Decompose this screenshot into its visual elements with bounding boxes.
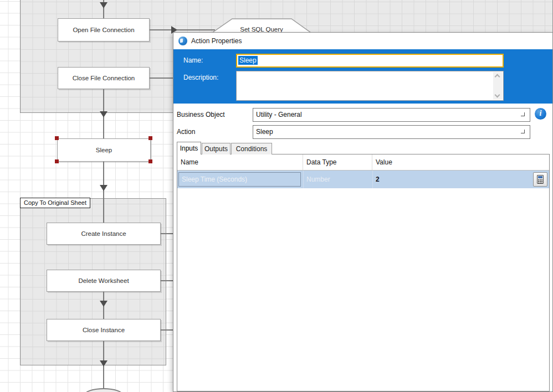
inputs-table-header: Name Data Type Value: [177, 154, 549, 171]
connector-line: [161, 280, 174, 281]
calculator-keys: [538, 179, 539, 180]
stage-label: Close File Connection: [73, 75, 135, 81]
column-header-value[interactable]: Value: [372, 154, 549, 170]
arrowhead-down-icon: [100, 360, 107, 367]
business-object-select[interactable]: Utility - General: [253, 108, 530, 122]
action-label: Action: [177, 128, 195, 136]
stage-label: Open File Connection: [73, 27, 134, 33]
action-stage-icon: [178, 37, 187, 45]
stage-open-file-connection[interactable]: Open File Connection: [58, 18, 150, 42]
name-label: Name:: [183, 56, 203, 64]
dialog-title: Action Properties: [191, 37, 242, 45]
input-data-type-cell: Number: [306, 171, 330, 188]
business-object-label: Business Object: [177, 111, 225, 118]
stage-label: Close Instance: [83, 327, 125, 333]
action-properties-dialog: Action Properties Name: Sleep Descriptio…: [173, 32, 553, 392]
connector-line: [161, 329, 174, 331]
stage-create-instance[interactable]: Create Instance: [47, 223, 161, 245]
tab-outputs[interactable]: Outputs: [202, 143, 231, 154]
scroll-up-icon[interactable]: [495, 74, 500, 80]
arrowhead-down-icon: [100, 2, 107, 8]
tab-conditions[interactable]: Conditions: [231, 143, 272, 154]
connector-line: [161, 233, 174, 234]
action-value: Sleep: [256, 128, 273, 136]
input-value-cell[interactable]: 2: [376, 171, 380, 188]
stage-close-file-connection[interactable]: Close File Connection: [58, 67, 150, 89]
selection-handle[interactable]: [55, 159, 59, 163]
inputs-table: Name Data Type Value Sleep Time (Seconds…: [177, 154, 550, 391]
column-separator: [372, 171, 373, 188]
arrowhead-down-icon: [100, 301, 107, 307]
info-glyph: i: [540, 109, 542, 117]
chevron-down-icon: [521, 112, 525, 116]
name-input-selected-text: Sleep: [238, 56, 258, 65]
expression-editor-button[interactable]: [533, 172, 547, 187]
description-textarea[interactable]: [236, 71, 504, 101]
column-header-data-type[interactable]: Data Type: [303, 154, 372, 170]
connector-line: [150, 78, 174, 79]
stage-label: Delete Worksheet: [78, 277, 129, 284]
selection-handle[interactable]: [149, 136, 152, 140]
stage-close-instance[interactable]: Close Instance: [47, 319, 161, 341]
arrowhead-down-icon: [100, 185, 107, 191]
scroll-down-icon[interactable]: [495, 92, 500, 98]
info-icon[interactable]: i: [535, 108, 546, 120]
stage-label: Create Instance: [81, 230, 126, 237]
screen: Copy To Original Sheet Open File Connect…: [0, 0, 553, 392]
arrowhead-down-icon: [100, 111, 107, 117]
name-input[interactable]: Sleep: [236, 54, 504, 68]
calculator-icon: [537, 175, 544, 184]
column-header-name[interactable]: Name: [177, 154, 303, 170]
connector-line: [103, 162, 104, 223]
input-name-cell[interactable]: Sleep Time (Seconds): [178, 172, 301, 187]
calculator-screen: [538, 176, 542, 178]
tab-inputs[interactable]: Inputs: [177, 142, 201, 154]
block-label[interactable]: Copy To Original Sheet: [20, 198, 90, 208]
column-separator: [303, 171, 304, 188]
action-select[interactable]: Sleep: [253, 125, 530, 139]
selection-handle[interactable]: [149, 159, 152, 163]
connector-line: [150, 29, 215, 30]
description-scrollbar[interactable]: [493, 72, 503, 100]
chevron-down-icon: [521, 130, 525, 133]
business-object-value: Utility - General: [256, 111, 302, 118]
stage-sleep[interactable]: Sleep: [57, 138, 151, 162]
description-label: Description:: [183, 74, 218, 81]
stage-set-sql-query[interactable]: Set SQL Query: [212, 18, 311, 33]
stage-delete-worksheet[interactable]: Delete Worksheet: [47, 270, 161, 292]
stage-label: Sleep: [96, 147, 112, 153]
table-row-sleep-time[interactable]: Sleep Time (Seconds) Number 2: [177, 171, 549, 188]
dialog-titlebar[interactable]: Action Properties: [173, 33, 552, 49]
selection-handle[interactable]: [55, 136, 59, 140]
dialog-header-panel: Name: Sleep Description:: [173, 49, 552, 104]
